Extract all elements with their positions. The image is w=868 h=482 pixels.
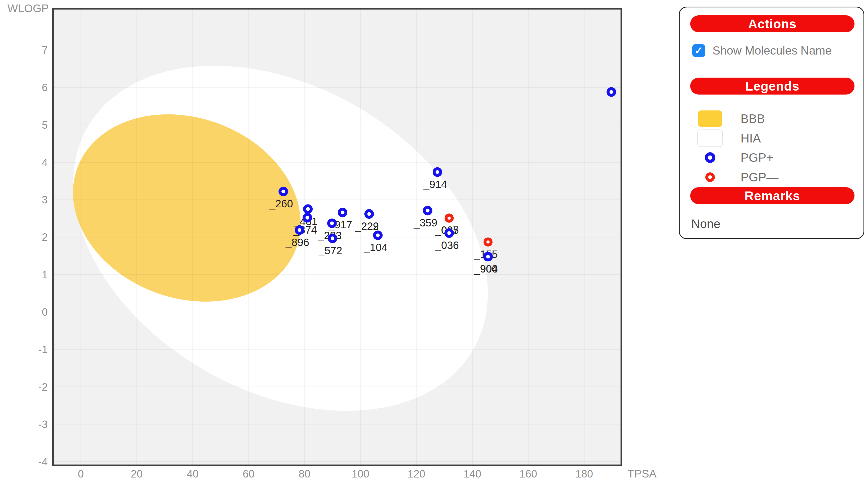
legends-header: Legends [690, 77, 855, 95]
y-tick-label: 3 [42, 194, 48, 205]
show-molecules-name-row[interactable]: ✓ Show Molecules Name [692, 44, 832, 57]
legends-header-label: Legends [745, 79, 799, 94]
x-tick-label: 20 [131, 468, 143, 480]
x-tick-label: 80 [299, 468, 311, 480]
pgp-minus-marker-icon [705, 172, 715, 182]
molecule-label: _914 [423, 179, 447, 190]
x-tick-label: 140 [463, 468, 481, 480]
molecule-point[interactable] [485, 239, 491, 245]
molecule-point[interactable] [375, 232, 381, 238]
molecule-point[interactable] [485, 253, 491, 260]
y-tick-label: -4 [38, 456, 48, 468]
y-tick-label: -3 [38, 418, 48, 430]
y-tick-label: -2 [38, 381, 48, 393]
remarks-header: Remarks [690, 187, 855, 204]
molecule-point[interactable] [329, 235, 336, 242]
bbb-swatch-icon [698, 110, 722, 127]
y-tick-label: 5 [42, 119, 48, 131]
legend-item-bbb: BBB [680, 109, 864, 128]
molecule-point[interactable] [304, 214, 311, 221]
x-tick-label: 160 [520, 468, 537, 480]
molecule-label: _036 [435, 239, 459, 251]
remarks-header-label: Remarks [745, 189, 800, 203]
molecule-point[interactable] [446, 215, 452, 221]
xaxis-title: TPSA [627, 468, 657, 480]
actions-header-label: Actions [748, 17, 797, 31]
x-tick-label: 100 [351, 468, 369, 480]
yaxis-title: WLOGP [7, 2, 49, 14]
molecule-point[interactable] [366, 211, 373, 217]
control-panel: Actions ✓ Show Molecules Name Legends BB… [679, 7, 864, 239]
molecule-point[interactable] [446, 230, 453, 236]
x-tick-label: 40 [187, 468, 199, 480]
molecule-label: _260 [269, 198, 293, 210]
x-tick-label: 60 [243, 468, 255, 480]
legend-item-pgp-plus: PGP+ [680, 148, 864, 167]
molecule-point[interactable] [339, 209, 346, 216]
hia-swatch-icon [698, 129, 723, 147]
molecule-point[interactable] [329, 220, 335, 227]
legend-label-pgp-minus: PGP— [741, 170, 778, 184]
molecule-label: _896 [285, 236, 309, 248]
molecule-point[interactable] [424, 207, 431, 214]
molecule-label: _229 [355, 220, 379, 232]
legend-label-hia: HIA [741, 131, 761, 146]
legend-item-pgp-minus: PGP— [680, 167, 864, 187]
molecule-point[interactable] [296, 227, 303, 233]
legend-label-pgp-plus: PGP+ [741, 151, 773, 165]
show-molecules-name-checkbox[interactable]: ✓ [692, 44, 705, 57]
x-tick-label: 0 [78, 468, 84, 480]
checkmark-icon: ✓ [694, 45, 703, 56]
molecule-point[interactable] [608, 89, 615, 95]
y-tick-label: 2 [42, 231, 48, 243]
boiled-egg-page: 02040608010012014016018076543210-1-2-3-4… [0, 0, 868, 482]
molecule-label: _572 [318, 245, 342, 256]
remarks-value: None [691, 217, 720, 231]
molecule-point[interactable] [305, 206, 311, 213]
pgp-plus-marker-icon [705, 152, 715, 163]
legend-item-hia: HIA [680, 128, 864, 148]
show-molecules-name-label: Show Molecules Name [712, 44, 832, 57]
molecule-label: _104 [364, 242, 388, 253]
molecule-point[interactable] [280, 188, 287, 195]
molecule-label: _359 [413, 217, 437, 229]
y-tick-label: 0 [42, 306, 48, 318]
x-tick-label: 180 [576, 468, 593, 480]
y-tick-label: 6 [42, 82, 48, 93]
actions-header: Actions [690, 15, 855, 32]
y-tick-label: 1 [42, 269, 48, 281]
y-tick-label: -1 [38, 344, 48, 355]
legend-label-bbb: BBB [741, 111, 765, 126]
molecule-point[interactable] [434, 169, 441, 175]
x-tick-label: 120 [407, 468, 425, 480]
y-tick-label: 4 [42, 157, 48, 168]
y-tick-label: 7 [42, 44, 48, 56]
molecule-label: _904 [474, 263, 498, 275]
